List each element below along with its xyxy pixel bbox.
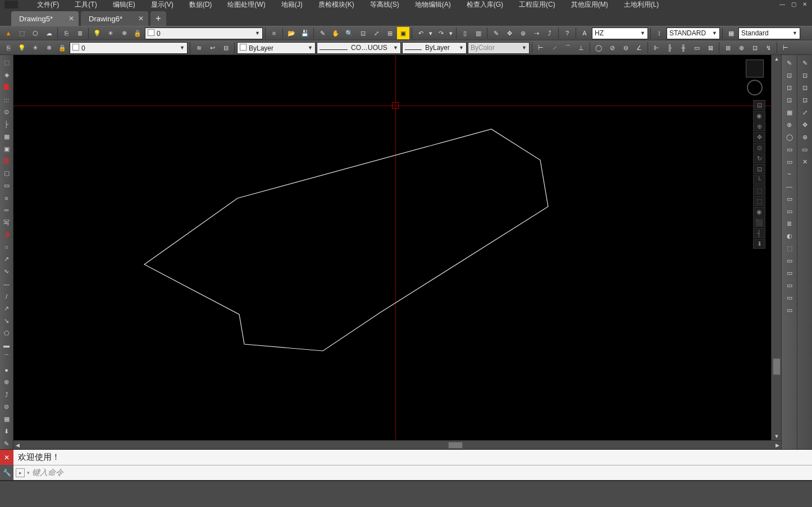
left-tool-19[interactable]: / <box>1 291 12 302</box>
tool-btn-pan[interactable]: ✋ <box>330 27 342 39</box>
left-tool-0[interactable]: ⬚ <box>1 57 12 68</box>
dim-space[interactable]: ▭ <box>691 42 703 54</box>
menu-检查入库g[interactable]: 检查入库(G) <box>459 0 511 9</box>
drawing-canvas[interactable]: ⊡◉⊕✥⊙↻⊡└⬚⬚◉⬛┤⬇ <box>13 55 771 440</box>
left-tool-6[interactable]: ▦ <box>1 131 12 142</box>
tool-btn-zoom-win[interactable]: ⊡ <box>357 27 369 39</box>
scroll-down-icon[interactable]: ▼ <box>772 432 782 440</box>
right-tool-A-11[interactable]: ▭ <box>783 193 796 204</box>
command-wrench-button[interactable]: 🔧 <box>0 465 13 480</box>
right-tool-A-9[interactable]: ~ <box>783 168 796 180</box>
horizontal-scrollbar[interactable]: ◀ ▶ <box>13 440 781 449</box>
right-tool-B-8[interactable]: ✕ <box>799 156 811 167</box>
right-tool-B-3[interactable]: ⊡ <box>799 94 811 106</box>
right-tool-A-20[interactable]: ▭ <box>783 304 796 316</box>
linetype-dropdown[interactable]: CO…UOUS ▼ <box>317 42 401 54</box>
menu-工具t[interactable]: 工具(T) <box>67 0 104 9</box>
nav-tool-7[interactable]: └ <box>753 175 765 185</box>
menu-其他应用m[interactable]: 其他应用(M) <box>563 0 616 9</box>
table-style-btn[interactable]: ▦ <box>725 27 737 39</box>
left-tool-23[interactable]: ▬ <box>1 340 12 351</box>
layer-dropdown-2[interactable]: 0 ▼ <box>70 42 188 54</box>
document-tab[interactable]: Drawing6*✕ <box>81 11 148 26</box>
right-tool-A-6[interactable]: ◯ <box>783 131 796 143</box>
left-tool-22[interactable]: ⬠ <box>1 327 12 339</box>
tool-btn-list[interactable]: ≡ <box>268 27 280 39</box>
nav-tool-3[interactable]: ✥ <box>753 132 765 142</box>
tool-btn-win1[interactable]: ▯ <box>459 27 471 39</box>
text-style-dropdown[interactable]: HZ▼ <box>592 28 648 39</box>
dim-continue[interactable]: ╫ <box>677 42 690 54</box>
right-tool-A-14[interactable]: ◐ <box>783 230 796 241</box>
close-button[interactable]: ✕ <box>800 0 810 8</box>
help-button[interactable]: ? <box>561 27 573 39</box>
layer-prev-btn[interactable]: ↩ <box>206 42 218 54</box>
dim-center[interactable]: ⊕ <box>735 42 747 54</box>
left-tool-29[interactable]: ▦ <box>1 413 12 424</box>
menu-编辑e[interactable]: 编辑(E) <box>105 0 143 9</box>
nav-tool-6[interactable]: ⊡ <box>753 164 765 174</box>
right-tool-A-10[interactable]: ― <box>783 181 796 192</box>
left-tool-10[interactable]: ▭ <box>1 180 12 191</box>
tool-btn-zoom-prev[interactable]: ⊞ <box>384 27 396 39</box>
menu-地籍j[interactable]: 地籍(J) <box>273 0 311 9</box>
nav-tool-2[interactable]: ⊕ <box>753 121 765 131</box>
redo-dd[interactable]: ▾ <box>448 27 454 39</box>
dim-inspect[interactable]: ⊡ <box>749 42 761 54</box>
dim-edit[interactable]: ⊢ <box>779 42 792 54</box>
right-tool-A-8[interactable]: ▭ <box>783 156 796 167</box>
dim-angular[interactable]: ∠ <box>633 42 645 54</box>
left-tool-14[interactable]: .9 <box>1 229 12 240</box>
menu-土地利用l[interactable]: 土地利用(L) <box>616 0 667 9</box>
tool-btn-bulb[interactable]: 💡 <box>91 27 103 39</box>
left-tool-30[interactable]: ⬇ <box>1 426 12 437</box>
tool-btn-snow2[interactable]: ❄ <box>43 42 55 54</box>
left-tool-20[interactable]: ↗ <box>1 303 12 314</box>
left-tool-5[interactable]: ├ <box>1 118 12 130</box>
left-tool-4[interactable]: ⊙ <box>1 107 12 118</box>
tool-btn-stack[interactable]: ≣ <box>74 27 86 39</box>
nav-tool-12[interactable]: ┤ <box>753 228 765 238</box>
tab-close-icon[interactable]: ✕ <box>69 15 74 22</box>
right-tool-A-16[interactable]: ▭ <box>783 255 796 266</box>
lineweight-dropdown[interactable]: ByLayer ▼ <box>402 42 467 54</box>
menu-显示v[interactable]: 显示(V) <box>143 0 181 9</box>
tool-btn-highlight[interactable]: ▣ <box>397 27 409 39</box>
right-tool-B-1[interactable]: ⊡ <box>799 70 811 81</box>
redo-button[interactable]: ↷ <box>435 27 447 39</box>
left-tool-7[interactable]: ▣ <box>1 143 12 154</box>
tool-btn-bulb2[interactable]: 💡 <box>16 42 28 54</box>
dim-style-dropdown[interactable]: STANDARD▼ <box>667 28 720 39</box>
dim-linear[interactable]: ⊢ <box>535 42 547 54</box>
nav-tool-9[interactable]: ⬚ <box>753 196 765 206</box>
nav-tool-11[interactable]: ⬛ <box>753 217 765 227</box>
right-tool-B-2[interactable]: ⊡ <box>799 82 811 93</box>
dim-quick[interactable]: ⊩ <box>650 42 663 54</box>
dim-baseline[interactable]: ╟ <box>664 42 676 54</box>
left-tool-17[interactable]: ∿ <box>1 266 12 277</box>
tool-btn-edit5[interactable]: ⤴ <box>544 27 556 39</box>
right-tool-B-7[interactable]: ▭ <box>799 144 811 155</box>
left-tool-9[interactable]: ▢ <box>1 168 12 179</box>
undo-dd[interactable]: ▾ <box>428 27 434 39</box>
left-tool-21[interactable]: ↘ <box>1 315 12 326</box>
left-tool-11[interactable]: ≡ <box>1 193 12 204</box>
command-input[interactable]: 键入命令 <box>32 468 810 478</box>
nav-tool-13[interactable]: ⬇ <box>753 239 765 249</box>
right-tool-A-1[interactable]: ⊡ <box>783 70 796 81</box>
dim-radius[interactable]: ◯ <box>592 42 605 54</box>
tool-btn-lock2[interactable]: 🔒 <box>56 42 69 54</box>
left-tool-18[interactable]: ― <box>1 278 12 290</box>
layer-dropdown-1[interactable]: 0 ▼ <box>145 28 263 39</box>
nav-tool-1[interactable]: ◉ <box>753 111 765 121</box>
menu-数据d[interactable]: 数据(D) <box>181 0 220 9</box>
menu-文件f[interactable]: 文件(F) <box>29 0 67 9</box>
nav-tool-0[interactable]: ⊡ <box>753 100 765 110</box>
menu-等高线s[interactable]: 等高线(S) <box>362 0 407 9</box>
nav-tool-8[interactable]: ⬚ <box>753 185 765 195</box>
app-icon[interactable] <box>4 1 18 8</box>
right-tool-A-3[interactable]: ⊡ <box>783 94 796 106</box>
right-tool-A-12[interactable]: ▭ <box>783 205 796 217</box>
tool-btn-edit1[interactable]: ✎ <box>490 27 502 39</box>
dim-jog[interactable]: ⊘ <box>606 42 618 54</box>
